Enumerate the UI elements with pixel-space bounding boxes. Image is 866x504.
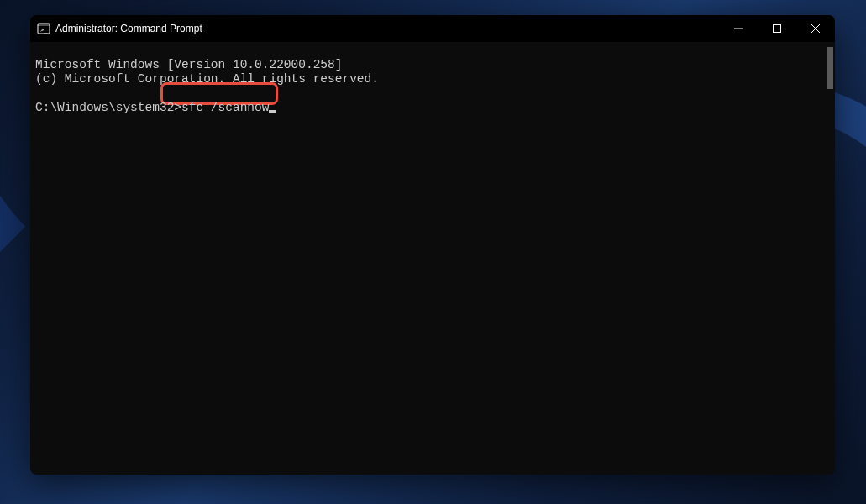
- titlebar[interactable]: >_ Administrator: Command Prompt: [30, 15, 835, 42]
- version-line: Microsoft Windows [Version 10.0.22000.25…: [35, 58, 342, 71]
- scrollbar-thumb[interactable]: [827, 47, 833, 89]
- copyright-line: (c) Microsoft Corporation. All rights re…: [35, 72, 379, 86]
- close-button[interactable]: [796, 15, 835, 42]
- svg-rect-1: [38, 24, 50, 26]
- prompt-path: C:\Windows\system32>: [35, 101, 181, 114]
- terminal-output[interactable]: Microsoft Windows [Version 10.0.22000.25…: [30, 42, 835, 475]
- svg-text:>_: >_: [40, 27, 48, 34]
- svg-rect-4: [774, 25, 781, 33]
- window-controls: [719, 15, 835, 42]
- cursor: [269, 110, 276, 113]
- window-title: Administrator: Command Prompt: [55, 23, 719, 34]
- command-prompt-window: >_ Administrator: Command Prompt Microso…: [30, 15, 835, 475]
- cmd-icon: >_: [37, 22, 50, 35]
- maximize-button[interactable]: [758, 15, 796, 42]
- minimize-button[interactable]: [719, 15, 758, 42]
- command-input[interactable]: sfc /scannow: [181, 101, 269, 114]
